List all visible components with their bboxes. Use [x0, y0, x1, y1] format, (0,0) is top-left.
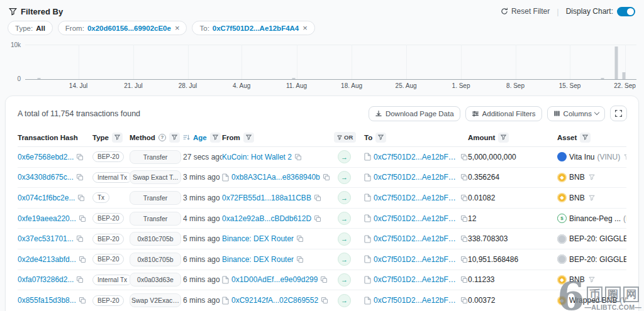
tx-hash-link[interactable]: 0x074c1f6bc2e...	[18, 194, 75, 202]
copy-icon[interactable]	[314, 215, 321, 222]
to-link[interactable]: 0xC7f501D2...Ae12bF4A4	[374, 234, 458, 243]
from-link[interactable]: 0x1D00AdEf...e9e09d299	[231, 275, 318, 284]
method-badge[interactable]: 0x0a03d63e	[130, 273, 181, 286]
asset-link[interactable]: BNB	[569, 173, 585, 182]
age-sort-link[interactable]: Age	[193, 134, 207, 141]
copy-icon[interactable]	[321, 297, 328, 304]
copy-icon[interactable]	[76, 276, 84, 283]
copy-icon[interactable]	[323, 173, 330, 181]
age-filter-icon[interactable]	[210, 133, 221, 143]
age-text[interactable]: 4 mins ago	[183, 214, 220, 223]
asset-link[interactable]: BNB	[569, 194, 585, 202]
copy-icon[interactable]	[294, 153, 302, 161]
tx-hash-link[interactable]: 0x34308d675c...	[18, 173, 74, 182]
method-badge[interactable]: Swap Exact T...	[130, 170, 181, 184]
chip-to-close-icon[interactable]: ×	[303, 24, 308, 32]
copy-icon[interactable]	[76, 173, 84, 181]
asset-link[interactable]: BNB	[569, 275, 585, 284]
copy-icon[interactable]	[460, 276, 468, 283]
copy-icon[interactable]	[77, 194, 85, 202]
chip-from[interactable]: From: 0x20d60156...69902cE0e ×	[58, 21, 187, 35]
to-link[interactable]: 0xC7f501D2...Ae12bF4A4	[374, 296, 458, 305]
copy-icon[interactable]	[460, 297, 468, 304]
asset-filter-icon[interactable]	[580, 133, 591, 143]
chip-from-close-icon[interactable]: ×	[175, 24, 180, 32]
columns-button[interactable]: Columns	[547, 106, 605, 121]
copy-icon[interactable]	[79, 256, 86, 263]
to-link[interactable]: 0xC7f501D2...Ae12bF4A4	[374, 275, 458, 284]
copy-icon[interactable]	[460, 215, 468, 222]
copy-icon[interactable]	[460, 153, 468, 161]
copy-icon[interactable]	[460, 194, 468, 202]
tx-hash-link[interactable]: 0x37ec531701...	[18, 234, 74, 243]
amount-filter-icon[interactable]	[498, 133, 509, 143]
from-link[interactable]: KuCoin: Hot Wallet 2	[222, 153, 292, 161]
type-filter-icon[interactable]	[112, 133, 123, 143]
method-filter-icon[interactable]	[169, 133, 180, 143]
asset-link[interactable]: Binance-Peg ...	[569, 214, 621, 223]
age-text[interactable]: 6 mins ago	[183, 255, 220, 264]
asset-row-filter-icon[interactable]	[624, 154, 626, 160]
to-link[interactable]: 0xC7f501D2...Ae12bF4A4	[374, 153, 458, 161]
from-filter-icon[interactable]	[243, 133, 254, 143]
copy-icon[interactable]	[460, 173, 468, 181]
copy-icon[interactable]	[79, 215, 86, 222]
from-link[interactable]: 0xa12e92aB...cBDdb612D	[222, 214, 311, 223]
copy-icon[interactable]	[296, 235, 304, 243]
amount-text: 12	[468, 214, 557, 223]
from-link[interactable]: Binance: DEX Router	[222, 255, 294, 264]
fullscreen-button[interactable]	[610, 106, 627, 121]
copy-icon[interactable]	[296, 256, 304, 263]
to-link[interactable]: 0xC7f501D2...Ae12bF4A4	[374, 194, 458, 202]
to-link[interactable]: 0xC7f501D2...Ae12bF4A4	[374, 173, 458, 182]
method-help-icon[interactable]: ?	[158, 134, 166, 141]
tx-hash-link[interactable]: 0xfa07f3286d2...	[18, 275, 74, 284]
to-link[interactable]: 0xC7f501D2...Ae12bF4A4	[374, 255, 458, 264]
tx-hash-link[interactable]: 0xfe19aeea220...	[18, 214, 76, 223]
method-badge[interactable]: 0x810c705b	[130, 232, 181, 246]
from-link[interactable]: 0xC92142fA...02C869552	[231, 296, 318, 305]
reset-filter-button[interactable]: Reset Filter	[501, 7, 550, 16]
from-link[interactable]: 0x72FB55d1...188a11CBB	[222, 194, 311, 202]
copy-icon[interactable]	[460, 235, 468, 243]
asset-row-filter-icon[interactable]	[589, 276, 595, 283]
from-link[interactable]: 0xb8A3C1Aa...e8368940b	[231, 173, 320, 182]
method-badge[interactable]: 0x810c705b	[130, 253, 181, 266]
copy-icon[interactable]	[460, 256, 468, 263]
asset-row-filter-icon[interactable]	[589, 195, 595, 201]
chip-to[interactable]: To: 0xC7f501D2...Ae12bF4A4 ×	[192, 21, 314, 35]
method-badge[interactable]: Transfer	[130, 191, 181, 205]
additional-filters-button[interactable]: Additional Filters	[465, 106, 542, 121]
copy-icon[interactable]	[79, 297, 86, 304]
tx-hash-link[interactable]: 0x6e7568ebd2...	[18, 153, 74, 161]
copy-icon[interactable]	[76, 235, 84, 243]
age-text[interactable]: 6 mins ago	[183, 275, 220, 284]
chip-type[interactable]: Type: All	[8, 21, 53, 35]
age-text[interactable]: 27 secs ago	[183, 153, 222, 161]
age-text[interactable]: 3 mins ago	[183, 173, 220, 182]
asset-link[interactable]: BEP-20: GIGGLE DOG G	[569, 255, 626, 264]
or-filter-badge[interactable]: OR	[334, 132, 356, 143]
copy-icon[interactable]	[76, 153, 84, 161]
chart-bar	[38, 78, 41, 79]
tx-hash-link[interactable]: 0x2de4213abfd...	[18, 255, 76, 264]
method-badge[interactable]: Transfer	[130, 212, 181, 226]
method-badge[interactable]: Transfer	[130, 150, 181, 164]
to-filter-icon[interactable]	[375, 133, 386, 143]
display-chart-toggle[interactable]	[617, 7, 635, 16]
copy-icon[interactable]	[320, 276, 328, 283]
sort-desc-icon[interactable]	[183, 134, 190, 141]
age-text[interactable]: 5 mins ago	[183, 234, 220, 243]
asset-link[interactable]: Wrapped BNB	[569, 296, 617, 305]
asset-link[interactable]: Vita Inu	[569, 153, 594, 161]
tx-hash-link[interactable]: 0x855fa15d3b8...	[18, 296, 76, 305]
copy-icon[interactable]	[314, 194, 321, 202]
age-text[interactable]: 6 mins ago	[183, 296, 220, 305]
download-page-data-button[interactable]: Download Page Data	[369, 106, 460, 121]
from-link[interactable]: Binance: DEX Router	[222, 234, 294, 243]
age-text[interactable]: 3 mins ago	[183, 194, 220, 202]
asset-row-filter-icon[interactable]	[589, 174, 595, 180]
method-badge[interactable]: Swap V2Exact...	[130, 293, 181, 307]
asset-link[interactable]: BEP-20: GIGGLE DOG G	[569, 234, 626, 243]
to-link[interactable]: 0xC7f501D2...Ae12bF4A4	[374, 214, 458, 223]
